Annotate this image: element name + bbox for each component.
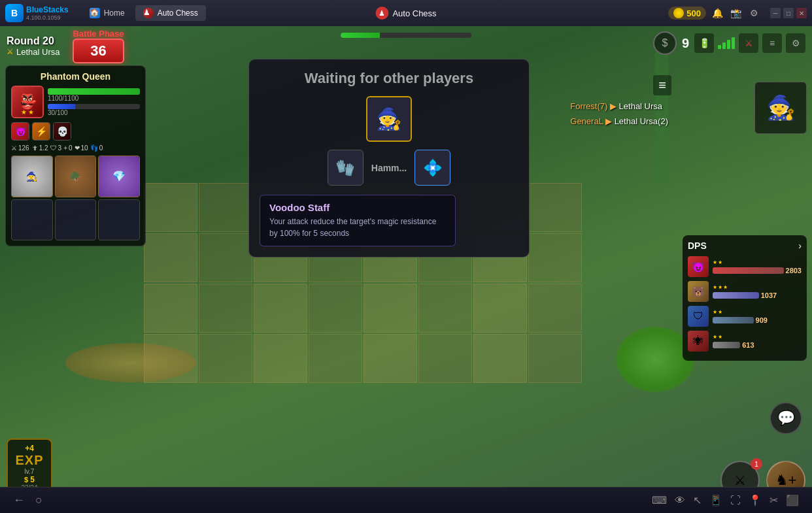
dps-value-2: 1037 bbox=[761, 291, 777, 299]
lock-badge: 1 bbox=[751, 458, 762, 470]
dps-star-2: ★ bbox=[718, 309, 722, 315]
home-button[interactable]: ○ bbox=[35, 493, 42, 507]
chess-cell bbox=[528, 183, 582, 232]
chess-cell bbox=[528, 334, 582, 383]
hp-text: 1100/1100 bbox=[48, 95, 140, 102]
eye-icon[interactable]: 👁 bbox=[675, 495, 685, 506]
dps-row-4: 🕷 ★ ★ 613 bbox=[688, 331, 802, 352]
dps-bar-row-2: 1037 bbox=[713, 291, 802, 299]
keyboard-icon[interactable]: ⌨ bbox=[652, 494, 667, 506]
attack-speed-value: 1.2 bbox=[39, 144, 48, 152]
movement-stat: 👣 0 bbox=[90, 144, 103, 152]
dps-star-1: ★ bbox=[713, 334, 717, 340]
bar-4 bbox=[732, 37, 735, 49]
inv-slot-1[interactable]: 🧙 bbox=[11, 156, 53, 197]
ability-slot-2[interactable]: ⚡ bbox=[32, 122, 50, 141]
ability-icon-3: 💀 bbox=[54, 123, 71, 140]
inv-slot-2[interactable]: 🪖 bbox=[55, 156, 97, 197]
cut-icon[interactable]: ✂ bbox=[770, 494, 778, 506]
attack-speed-stat: 🗡 1.2 bbox=[31, 144, 48, 152]
version-number: 4.100.0.1059 bbox=[26, 14, 69, 21]
chess-cell bbox=[144, 233, 197, 282]
hero-stats-panel: Phantom Queen 👺 ★ ★ 1100/1100 30/100 😈 bbox=[5, 65, 146, 246]
gold-value: 5 bbox=[30, 475, 35, 484]
bluestacks-logo: B BlueStacks 4.100.0.1059 bbox=[5, 4, 69, 22]
ability-slot-3[interactable]: 💀 bbox=[53, 122, 71, 141]
inv-slot-3[interactable]: 💎 bbox=[98, 156, 140, 197]
exp-label: EXP bbox=[15, 453, 43, 468]
gear-status-icon: ⚙ bbox=[786, 33, 805, 53]
dps-2-stars: ★ ★ ★ bbox=[713, 284, 802, 290]
screenshot-button[interactable]: 📸 bbox=[728, 6, 743, 20]
inv-slot-4[interactable] bbox=[11, 199, 53, 241]
dps-1-stars: ★ ★ bbox=[713, 259, 802, 265]
dollar-badge: $ bbox=[653, 31, 677, 55]
close-button[interactable]: ✕ bbox=[796, 8, 807, 18]
modal-item-1[interactable]: 🧤 bbox=[328, 150, 364, 186]
inv-slot-6[interactable] bbox=[98, 199, 140, 241]
battle-timer: 36 bbox=[73, 39, 124, 63]
minimize-button[interactable]: ─ bbox=[770, 8, 781, 18]
bluestacks-bottom-bar: ← ○ ⌨ 👁 ↖ 📱 ⛶ 📍 ✂ ⬛ bbox=[0, 487, 812, 513]
phone-icon[interactable]: 📱 bbox=[709, 494, 722, 506]
dps-value-1: 2803 bbox=[786, 267, 802, 274]
dps-3-stars: ★ ★ bbox=[713, 309, 802, 315]
ability-slot-1[interactable]: 😈 bbox=[11, 122, 29, 141]
sword-icon: ⚔ bbox=[7, 47, 14, 56]
bar-2 bbox=[722, 42, 726, 49]
dps-expand-button[interactable]: › bbox=[798, 240, 802, 251]
dps-star-2: ★ bbox=[718, 334, 722, 340]
dps-bar-row-4: 613 bbox=[713, 341, 802, 349]
cursor-icon[interactable]: ↖ bbox=[693, 494, 702, 506]
dps-entry-3: ★ ★ 909 bbox=[713, 309, 802, 324]
inv-slot-5[interactable] bbox=[55, 199, 97, 241]
bs-right-controls: 500 🔔 📸 ⚙ ─ □ ✕ bbox=[668, 6, 807, 20]
autochess-tab-icon: ♟ bbox=[143, 8, 154, 18]
chess-cell bbox=[144, 284, 197, 333]
chess-cell bbox=[199, 183, 252, 232]
chess-cell bbox=[528, 284, 582, 333]
bell-button[interactable]: 🔔 bbox=[710, 6, 724, 20]
unit-name: Lethal Ursa bbox=[16, 47, 59, 57]
autochess-tab-label: Auto Chess bbox=[158, 8, 198, 18]
menu-toggle-button[interactable]: ≡ bbox=[653, 75, 671, 95]
chess-cell bbox=[199, 334, 252, 383]
dps-row-2: 🐻 ★ ★ ★ 1037 bbox=[688, 281, 802, 302]
armor-value: 3 bbox=[58, 144, 62, 152]
sword-status-icon: ⚔ bbox=[739, 33, 758, 53]
dps-entry-1: ★ ★ 2803 bbox=[713, 259, 802, 274]
dps-star-3: ★ bbox=[723, 284, 728, 290]
hp-regen-stat: ❤ 10 bbox=[75, 144, 88, 152]
chess-cell bbox=[199, 284, 252, 333]
fullscreen-icon[interactable]: ⛶ bbox=[730, 495, 741, 506]
waiting-modal: Waiting for other players 🧙 🧤 Hamm... 💠 … bbox=[248, 59, 530, 257]
tab-autochess[interactable]: ♟ Auto Chess bbox=[135, 5, 206, 21]
right-portrait-box: 🧙 bbox=[754, 82, 807, 134]
location-icon[interactable]: 📍 bbox=[749, 494, 762, 506]
dps-star-1: ★ bbox=[713, 284, 717, 290]
bar-3 bbox=[727, 40, 730, 49]
magic-resist-value: 0 bbox=[69, 144, 73, 152]
back-button[interactable]: ← bbox=[13, 493, 25, 507]
dps-header: DPS › bbox=[688, 240, 802, 251]
bar-1 bbox=[718, 45, 721, 49]
settings-button[interactable]: ⚙ bbox=[747, 6, 761, 20]
dps-star-1: ★ bbox=[713, 309, 717, 315]
tab-home[interactable]: 🏠 Home bbox=[82, 5, 133, 21]
modal-item-2[interactable]: 💠 bbox=[414, 150, 450, 186]
inventory-grid: 🧙 🪖 💎 bbox=[11, 156, 140, 240]
item-3: 💎 bbox=[99, 156, 139, 197]
star-1: ★ bbox=[21, 108, 27, 116]
dps-hero-2-icon: 🐻 bbox=[688, 281, 709, 302]
hero-abilities: 😈 ⚡ 💀 bbox=[11, 122, 140, 141]
hero-stars: ★ ★ bbox=[21, 108, 34, 116]
item-2: 🪖 bbox=[56, 156, 96, 197]
square-icon[interactable]: ⬛ bbox=[786, 494, 799, 506]
chess-cell bbox=[254, 334, 307, 383]
chat-button[interactable]: 💬 bbox=[770, 402, 802, 435]
maximize-button[interactable]: □ bbox=[783, 8, 794, 18]
dps-bar-1 bbox=[713, 267, 784, 274]
attack-stat: ⚔ 126 bbox=[11, 144, 29, 152]
top-right-hud: $ 9 🔋 ⚔ ≡ ⚙ bbox=[653, 31, 805, 55]
opponent-labels-area: Forrest(7) ▶ Lethal Ursa GeneraL ▶ Letha… bbox=[570, 101, 668, 126]
